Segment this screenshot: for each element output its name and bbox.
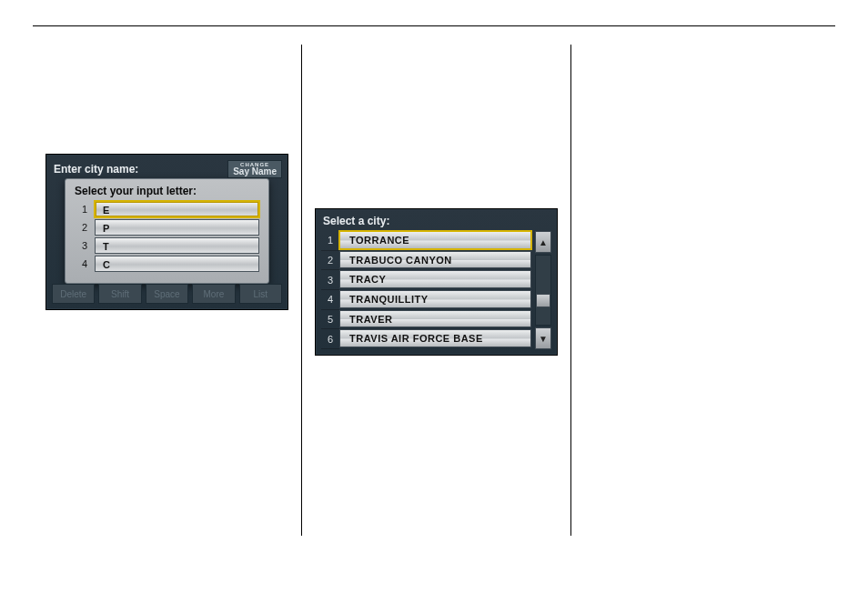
scroll-down-icon[interactable]: ▼ [535,327,551,349]
city-travis-afb[interactable]: TRAVIS AIR FORCE BASE [339,329,531,347]
scroll-up-icon[interactable]: ▲ [535,231,551,253]
option-row: 1 E [75,201,259,217]
city-tranquillity[interactable]: TRANQUILLITY [339,290,531,308]
screen-title: Enter city name: [54,163,138,176]
row-number: 6 [321,329,339,349]
screen-title: Select a city: [323,215,389,227]
col-2: Select a city: 1 2 3 4 5 6 TORRANCE TRAB… [302,45,570,536]
col-1: Enter city name: CHANGE Say Name Select … [33,45,301,536]
screenshot-enter-city: Enter city name: CHANGE Say Name Select … [45,154,288,310]
row-numbers: 1 2 3 4 5 6 [321,231,339,349]
more-button[interactable]: More [192,284,235,304]
city-tracy[interactable]: TRACY [339,270,531,288]
option-number: 2 [75,222,87,233]
space-button[interactable]: Space [146,284,188,304]
city-list: 1 2 3 4 5 6 TORRANCE TRABUCO CANYON TRAC… [321,231,531,349]
row-number: 5 [321,310,339,330]
page: Enter city name: CHANGE Say Name Select … [0,0,868,593]
option-number: 1 [75,204,87,215]
row-number: 4 [321,290,339,310]
city-trabuco-canyon[interactable]: TRABUCO CANYON [339,251,531,269]
bottom-buttons: Delete Shift Space More List [52,284,282,304]
option-row: 2 P [75,219,259,236]
option-number: 4 [75,258,87,269]
row-number: 2 [321,251,339,271]
row-number: 1 [321,231,339,251]
popup-title: Select your input letter: [75,185,259,197]
option-row: 4 C [75,256,259,272]
say-name-button[interactable]: CHANGE Say Name [227,160,282,178]
screenshot-select-city: Select a city: 1 2 3 4 5 6 TORRANCE TRAB… [315,208,558,356]
row-number: 3 [321,270,339,290]
scroll-thumb[interactable] [536,294,550,308]
city-torrance[interactable]: TORRANCE [339,231,531,249]
list-button[interactable]: List [239,284,282,304]
say-name-label: Say Name [233,167,277,176]
columns: Enter city name: CHANGE Say Name Select … [33,45,835,536]
screen-header: Enter city name: CHANGE Say Name [54,160,282,178]
option-t[interactable]: T [95,237,259,254]
city-rows: TORRANCE TRABUCO CANYON TRACY TRANQUILLI… [339,231,531,349]
rule [33,25,835,26]
option-c[interactable]: C [95,256,259,272]
option-e[interactable]: E [95,201,259,217]
shift-button[interactable]: Shift [98,284,141,304]
option-number: 3 [75,240,87,251]
option-row: 3 T [75,237,259,254]
input-letter-popup: Select your input letter: 1 E 2 P 3 T 4 [65,178,269,284]
delete-button[interactable]: Delete [52,284,95,304]
col-3 [571,45,835,536]
option-p[interactable]: P [95,219,259,236]
city-traver[interactable]: TRAVER [339,310,531,328]
scroll-track[interactable] [535,255,551,326]
scrollbar: ▲ ▼ [535,231,551,349]
